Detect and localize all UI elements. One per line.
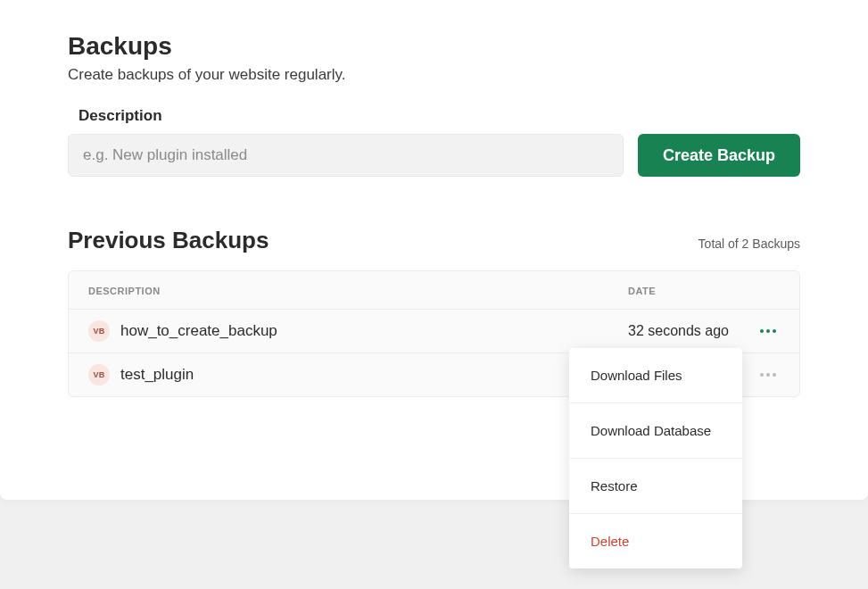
backups-card: Backups Create backups of your website r…	[0, 0, 868, 500]
row-actions	[753, 369, 780, 380]
previous-title: Previous Backups	[68, 227, 269, 254]
row-actions-dropdown: Download Files Download Database Restore…	[569, 348, 742, 568]
row-actions	[753, 326, 780, 336]
table-row: VB how_to_create_backup 32 seconds ago	[69, 309, 799, 353]
description-input[interactable]	[68, 134, 624, 177]
dropdown-download-files[interactable]: Download Files	[569, 348, 742, 403]
total-backups-text: Total of 2 Backups	[699, 236, 800, 251]
table-head: DESCRIPTION DATE	[69, 271, 799, 309]
dropdown-download-database[interactable]: Download Database	[569, 403, 742, 459]
column-description-header: DESCRIPTION	[88, 286, 628, 296]
form-row: Create Backup	[68, 134, 800, 177]
description-label: Description	[79, 107, 800, 125]
page-subtitle: Create backups of your website regularly…	[68, 66, 800, 84]
previous-header: Previous Backups Total of 2 Backups	[68, 227, 800, 254]
column-date-header: DATE	[628, 286, 780, 296]
row-description-cell: VB test_plugin	[88, 364, 628, 386]
dropdown-delete[interactable]: Delete	[569, 514, 742, 568]
create-backup-button[interactable]: Create Backup	[638, 134, 800, 177]
row-description-text: test_plugin	[120, 366, 194, 384]
row-date-text: 32 seconds ago	[628, 323, 753, 339]
row-description-text: how_to_create_backup	[120, 322, 277, 340]
more-icon[interactable]	[756, 369, 780, 380]
vb-badge: VB	[88, 320, 110, 342]
row-description-cell: VB how_to_create_backup	[88, 320, 628, 342]
create-backup-form: Description Create Backup	[68, 107, 800, 177]
page-title: Backups	[68, 32, 800, 61]
more-icon[interactable]	[756, 326, 780, 336]
dropdown-restore[interactable]: Restore	[569, 459, 742, 514]
vb-badge: VB	[88, 364, 110, 386]
